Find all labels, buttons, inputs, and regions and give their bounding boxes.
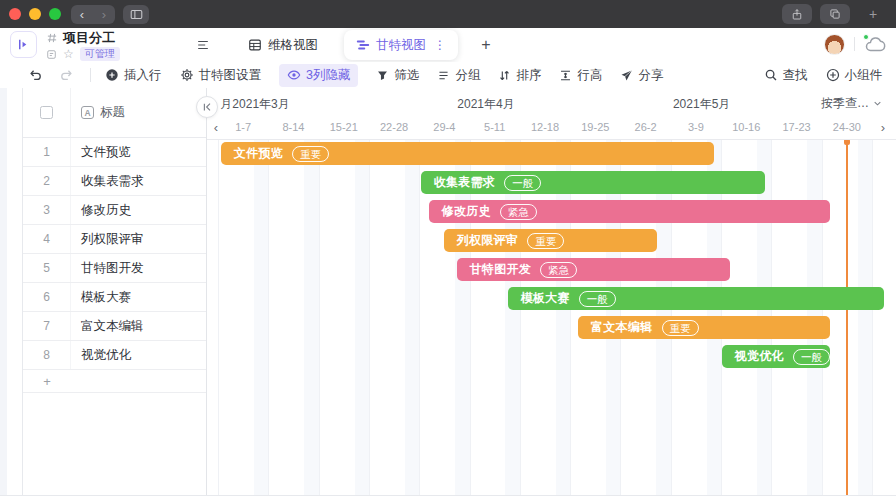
field-title-header[interactable]: A 标题 [71, 104, 206, 121]
row-title[interactable]: 收集表需求 [71, 173, 144, 190]
row-title[interactable]: 模板大赛 [71, 289, 131, 306]
row-number: 2 [23, 167, 71, 195]
priority-badge: 重要 [292, 146, 329, 162]
undo-button[interactable] [28, 68, 43, 82]
priority-badge: 一般 [579, 291, 616, 307]
gantt-view-icon [356, 38, 370, 52]
description-icon[interactable] [46, 49, 57, 60]
gantt-bar[interactable]: 列权限评审重要 [444, 229, 657, 252]
view-mode-selector[interactable]: 按季查… [821, 95, 882, 112]
main-area: A 标题 1文件预览2收集表需求3修改历史4列权限评审5甘特图开发6模板大赛7富… [0, 88, 896, 496]
table-row[interactable]: 8视觉优化 [23, 341, 206, 370]
row-height-button[interactable]: 行高 [559, 67, 602, 84]
group-button[interactable]: 分组 [437, 67, 480, 84]
redo-button[interactable] [59, 68, 74, 82]
divider [90, 68, 91, 82]
gantt-bar[interactable]: 文件预览重要 [221, 142, 714, 165]
gantt-bar[interactable]: 富文本编辑重要 [578, 316, 830, 339]
add-row-button[interactable]: + [23, 370, 206, 393]
zoom-window-button[interactable] [49, 8, 61, 20]
row-title[interactable]: 文件预览 [71, 144, 131, 161]
favorite-star-icon[interactable]: ☆ [63, 48, 74, 60]
sync-status-cloud-icon[interactable] [864, 36, 886, 53]
minimize-window-button[interactable] [29, 8, 41, 20]
today-line [846, 140, 848, 495]
toolbar-item-label: 插入行 [124, 67, 162, 84]
week-label: 24-30 [822, 121, 872, 133]
gantt-bar[interactable]: 视觉优化一般 [722, 345, 830, 368]
gantt-bar[interactable]: 收集表需求一般 [421, 171, 765, 194]
view-list-toggle-icon[interactable] [196, 38, 210, 52]
grid-column [369, 140, 419, 495]
tab-gantt-view[interactable]: 甘特视图 ⋮ [344, 30, 458, 60]
month-label: 2021年4月 [457, 96, 514, 113]
gantt-panel: 按季查… 月2021年3月2021年4月2021年5月 ‹1-78-1415-2… [207, 88, 896, 495]
view-mode-label: 按季查… [821, 95, 869, 112]
gantt-bar[interactable]: 甘特图开发紧急 [457, 258, 730, 281]
expand-panel-icon[interactable] [10, 31, 37, 58]
select-all-checkbox[interactable] [40, 106, 53, 119]
toolbar-item-label: 排序 [516, 67, 541, 84]
sort-button[interactable]: 排序 [498, 67, 541, 84]
table-row[interactable]: 2收集表需求 [23, 167, 206, 196]
month-label: 月 [220, 96, 232, 113]
grid-column [319, 140, 369, 495]
row-number: 3 [23, 196, 71, 224]
row-number: 7 [23, 312, 71, 340]
table-row[interactable]: 5甘特图开发 [23, 254, 206, 283]
back-button[interactable]: ‹ [71, 5, 93, 24]
duplicate-window-button[interactable] [820, 4, 850, 24]
toolbar-item-label: 查找 [783, 67, 808, 84]
widgets-button[interactable]: 小组件 [826, 67, 883, 84]
priority-badge: 一般 [504, 175, 541, 191]
add-view-button[interactable]: + [476, 36, 496, 54]
close-window-button[interactable] [9, 8, 21, 20]
gantt-bar-label: 甘特图开发 [470, 261, 532, 278]
insert-row-button[interactable]: 插入行 [105, 67, 162, 84]
tab-menu-icon[interactable]: ⋮ [434, 38, 446, 52]
row-title[interactable]: 甘特图开发 [71, 260, 144, 277]
tab-grid-view[interactable]: 维格视图 [236, 30, 330, 60]
toolbar-item-label: 小组件 [845, 67, 883, 84]
row-title[interactable]: 富文本编辑 [71, 318, 144, 335]
hidden-columns-button[interactable]: 3列隐藏 [279, 64, 358, 87]
new-window-tab-button[interactable]: + [858, 4, 888, 24]
avatar[interactable] [824, 34, 845, 55]
widget-icon [826, 68, 840, 82]
toolbar-item-label: 分享 [638, 67, 663, 84]
table-row[interactable]: 1文件预览 [23, 138, 206, 167]
priority-badge: 一般 [793, 349, 830, 365]
gantt-bar[interactable]: 模板大赛一般 [508, 287, 884, 310]
page-title: 项目分工 [63, 29, 115, 47]
table-row[interactable]: 7富文本编辑 [23, 312, 206, 341]
plus-icon: + [23, 374, 71, 389]
search-button[interactable]: 查找 [764, 67, 808, 84]
row-title[interactable]: 视觉优化 [71, 347, 131, 364]
share-view-button[interactable]: 分享 [620, 67, 663, 84]
permission-badge[interactable]: 可管理 [80, 47, 120, 61]
gantt-bar-label: 列权限评审 [457, 232, 519, 249]
next-week-button[interactable]: › [876, 120, 890, 135]
table-row[interactable]: 6模板大赛 [23, 283, 206, 312]
row-number: 5 [23, 254, 71, 282]
row-title[interactable]: 列权限评审 [71, 231, 144, 248]
window-title-bar: ‹ › + [0, 0, 896, 28]
share-window-button[interactable] [782, 4, 812, 24]
datasheet-icon [46, 32, 58, 44]
gantt-bar-label: 模板大赛 [521, 290, 570, 307]
filter-button[interactable]: 筛选 [376, 67, 419, 84]
tab-label: 维格视图 [268, 37, 318, 54]
gantt-bar[interactable]: 修改历史紧急 [429, 200, 830, 223]
sort-icon [498, 69, 511, 82]
row-title[interactable]: 修改历史 [71, 202, 131, 219]
toolbar-item-label: 甘特图设置 [199, 67, 262, 84]
grid-column [268, 140, 318, 495]
collapse-panel-button[interactable] [196, 96, 218, 118]
table-row[interactable]: 4列权限评审 [23, 225, 206, 254]
forward-button[interactable]: › [93, 5, 115, 24]
sidebar-toggle-button[interactable] [123, 5, 149, 24]
tab-label: 甘特视图 [376, 37, 426, 54]
plus-circle-icon [105, 68, 119, 82]
table-row[interactable]: 3修改历史 [23, 196, 206, 225]
gantt-settings-button[interactable]: 甘特图设置 [180, 67, 262, 84]
